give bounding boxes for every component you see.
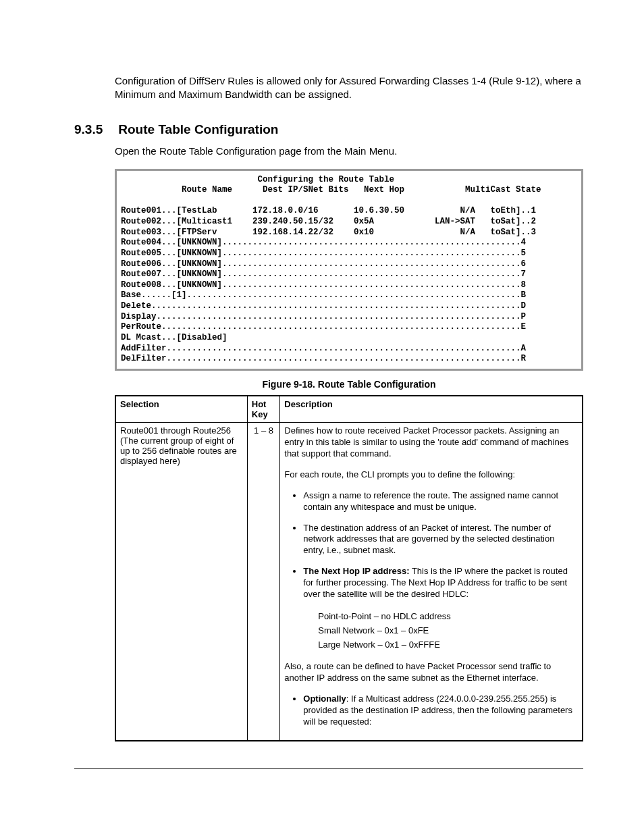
sublist-ptp: Point-to-Point – no HDLC address: [318, 610, 578, 624]
col-hotkey: Hot Key: [247, 396, 280, 423]
bullet-optional-bold: Optionally: [303, 694, 346, 704]
sublist-small: Small Network – 0x1 – 0xFE: [318, 624, 578, 638]
cell-description: Defines how to route received Packet Pro…: [280, 423, 583, 741]
col-selection: Selection: [115, 396, 247, 423]
cell-hotkey: 1 – 8: [247, 423, 280, 741]
figure-caption: Figure 9-18. Route Table Configuration: [115, 379, 583, 390]
bullet-nexthop-bold: The Next Hop IP address:: [303, 566, 409, 576]
intro-paragraph: Configuration of DiffServ Rules is allow…: [115, 74, 583, 102]
selection-line1: Route001 through Route256: [120, 425, 243, 436]
section-heading: 9.3.5 Route Table Configuration: [74, 122, 583, 137]
bullet-optional: Optionally: If a Multicast address (224.…: [303, 694, 578, 728]
section-number: 9.3.5: [74, 122, 115, 137]
bullet-dest: The destination address of an Packet of …: [303, 523, 578, 557]
spec-table: Selection Hot Key Description Route001 t…: [115, 395, 583, 741]
hdlc-sublist: Point-to-Point – no HDLC address Small N…: [318, 610, 578, 652]
sublist-large: Large Network – 0x1 – 0xFFFE: [318, 638, 578, 652]
bullet-name: Assign a name to reference the route. Th…: [303, 490, 578, 513]
table-row: Route001 through Route256 (The current g…: [115, 423, 583, 741]
bullet-nexthop: The Next Hop IP address: This is the IP …: [303, 566, 578, 600]
desc-p1: Defines how to route received Packet Pro…: [284, 425, 578, 460]
col-description: Description: [280, 396, 583, 423]
cell-selection: Route001 through Route256 (The current g…: [115, 423, 247, 741]
console-screenshot: Configuring the Route Table Route Name D…: [115, 169, 583, 371]
section-intro: Open the Route Table Configuration page …: [115, 145, 583, 157]
desc-p2: For each route, the CLI prompts you to d…: [284, 469, 578, 481]
selection-line2: (The current group of eight of up to 256…: [120, 436, 243, 466]
footer-rule: [74, 768, 583, 769]
desc-p3: Also, a route can be defined to have Pac…: [284, 661, 578, 684]
section-title: Route Table Configuration: [118, 122, 278, 136]
